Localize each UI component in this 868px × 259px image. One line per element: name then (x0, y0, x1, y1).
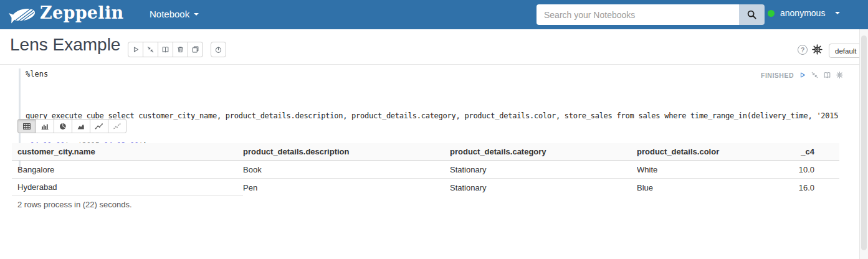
help-label: ? (801, 46, 805, 54)
play-icon (131, 45, 140, 54)
table-chart-icon (22, 122, 31, 131)
chevron-down-icon (835, 12, 840, 14)
menu-notebook-label: Notebook (150, 9, 189, 19)
display-area-button[interactable] (72, 119, 90, 133)
table-cell: Bangalore (12, 161, 243, 178)
result-footer: 2 rows process in (22) seconds. (17, 200, 132, 209)
table-cell: White (637, 161, 796, 178)
bar-chart-icon (41, 122, 49, 131)
table-cell: Blue (637, 179, 796, 196)
compress-button[interactable] (143, 42, 158, 57)
paragraph-status-label: FINISHED (761, 72, 794, 79)
column-header[interactable]: product_details.color (637, 143, 796, 160)
username-label: anonymous (780, 8, 825, 18)
status-dot-icon (768, 10, 775, 17)
menu-notebook[interactable]: Notebook (150, 9, 199, 19)
display-pie-button[interactable] (54, 119, 72, 133)
scatter-chart-icon (113, 122, 122, 131)
brand-title[interactable]: Zeppelin (40, 3, 123, 22)
code-line-1: query execute cube select customer_city_… (26, 111, 847, 121)
help-button[interactable]: ? (798, 45, 808, 55)
area-chart-icon (77, 122, 85, 131)
scheduler-group (211, 42, 226, 57)
display-table-button[interactable] (17, 119, 36, 133)
clone-icon (191, 45, 199, 54)
column-header[interactable]: product_details.description (243, 143, 450, 160)
search-input[interactable] (537, 4, 739, 25)
scrollbar-thumb[interactable] (861, 35, 867, 250)
book-icon (161, 45, 169, 54)
column-header[interactable]: product_details.category (450, 143, 637, 160)
compress-icon (146, 45, 155, 54)
top-navbar: Zeppelin Notebook anonymous (0, 0, 868, 29)
user-menu[interactable]: anonymous (768, 8, 840, 18)
paragraph-gear-button[interactable] (836, 71, 844, 79)
zeppelin-logo-icon[interactable] (9, 4, 37, 25)
settings-gear-button[interactable] (811, 44, 823, 55)
titlebar-divider (0, 64, 868, 65)
search-button[interactable] (739, 4, 765, 25)
pie-chart-icon (59, 122, 67, 131)
table-cell: Hyderabad (12, 179, 243, 196)
display-scatter-button[interactable] (108, 119, 126, 133)
result-table: customer_city.nameproduct_details.descri… (12, 143, 839, 196)
paragraph-compress-button[interactable] (811, 71, 819, 79)
interpreter-binding-label: default (835, 47, 857, 55)
page-scrollbar (859, 29, 868, 259)
table-header-row: customer_city.nameproduct_details.descri… (12, 143, 839, 161)
display-type-buttons (17, 119, 126, 133)
note-title[interactable]: Lens Example (10, 35, 120, 55)
table-row: HyderabadPenStationaryBlue16.0 (12, 179, 839, 196)
display-bar-button[interactable] (36, 119, 54, 133)
scheduler-clock-icon (214, 45, 222, 54)
trash-icon (176, 45, 184, 54)
book-button[interactable] (158, 42, 173, 57)
display-line-button[interactable] (90, 119, 108, 133)
table-cell: Pen (243, 179, 450, 196)
table-cell: Stationary (450, 179, 637, 196)
clone-button[interactable] (188, 42, 203, 57)
paragraph-status: FINISHED (761, 71, 844, 79)
table-row: BangaloreBookStationaryWhite10.0 (12, 161, 839, 179)
search-box (537, 4, 765, 25)
table-cell: Book (243, 161, 450, 178)
column-header[interactable]: _c4 (796, 143, 839, 160)
table-cell: 10.0 (796, 161, 839, 178)
scheduler-button[interactable] (211, 42, 226, 57)
paragraph-play-button[interactable] (798, 71, 806, 79)
trash-button[interactable] (173, 42, 188, 57)
note-toolbar (128, 42, 203, 57)
table-cell: Stationary (450, 161, 637, 178)
column-header[interactable]: customer_city.name (12, 143, 243, 160)
line-chart-icon (95, 122, 103, 131)
paragraph-book-button[interactable] (823, 71, 831, 79)
play-button[interactable] (128, 42, 143, 57)
table-cell: 16.0 (796, 179, 839, 196)
search-icon (746, 9, 757, 20)
interpreter-magic: %lens (26, 70, 847, 78)
chevron-down-icon (194, 13, 199, 16)
